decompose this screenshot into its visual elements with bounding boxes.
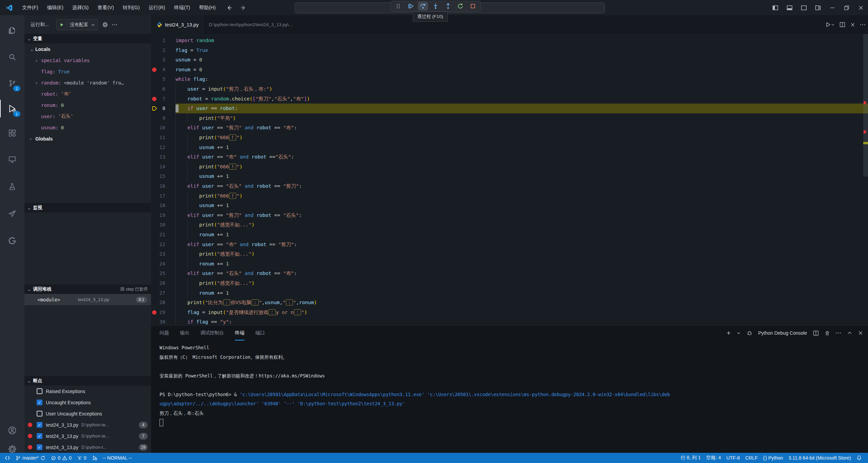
toggle-primary-sidebar-icon[interactable] xyxy=(768,0,782,15)
step-over-icon[interactable] xyxy=(418,2,428,11)
terminal-instance-label[interactable]: Python Debug Console xyxy=(758,330,807,336)
toggle-secondary-sidebar-icon[interactable] xyxy=(797,0,811,15)
code-line-4[interactable]: 4ronum = 0 xyxy=(151,65,868,75)
panel-tab-调试控制台[interactable]: 调试控制台 xyxy=(200,326,224,340)
menu-1[interactable]: 文件(F) xyxy=(18,0,43,15)
code-line-20[interactable]: 20 print("感觉不如...") xyxy=(151,220,868,230)
checkbox[interactable] xyxy=(37,411,42,416)
code-line-1[interactable]: 1import random xyxy=(151,36,868,45)
panel-more-actions-icon[interactable]: ··· xyxy=(836,330,842,336)
terminal-dropdown-icon[interactable] xyxy=(737,331,741,335)
variable-row[interactable]: robot:'布' xyxy=(24,88,151,99)
checkbox[interactable]: ✓ xyxy=(37,444,42,450)
close-panel-icon[interactable] xyxy=(858,330,863,336)
close-editor-icon[interactable] xyxy=(850,22,855,27)
breakpoint-file-row[interactable]: ✓test24_3_13.pyD:\python-t...29 xyxy=(24,442,151,453)
new-terminal-icon[interactable]: + xyxy=(726,329,731,337)
code-line-16[interactable]: 16 elif user == "石头" and robot == "剪刀": xyxy=(151,181,868,191)
code-line-13[interactable]: 13 elif user == "布" and robot =="石头": xyxy=(151,152,868,162)
menu-4[interactable]: 查看(V) xyxy=(93,0,118,15)
run-python-file-icon[interactable] xyxy=(825,22,835,27)
variable-row[interactable]: flag:True xyxy=(24,66,151,77)
python-interpreter[interactable]: 3.11.8 64-bit (Microsoft Store) xyxy=(786,453,854,463)
cursor-position[interactable]: 行 8, 列 1 xyxy=(678,453,703,463)
variable-row[interactable]: user:'石头' xyxy=(24,111,151,122)
code-line-22[interactable]: 22 elif user == "布" and robot == "剪刀": xyxy=(151,240,868,249)
code-line-12[interactable]: 12 usnum += 1 xyxy=(151,143,868,152)
step-into-icon[interactable] xyxy=(430,2,441,11)
kill-terminal-icon[interactable] xyxy=(825,330,830,336)
eol-sequence[interactable]: CRLF xyxy=(742,453,760,463)
back-icon[interactable] xyxy=(226,4,233,11)
activity-paper-plane-icon[interactable] xyxy=(0,205,24,223)
split-terminal-icon[interactable] xyxy=(813,330,819,336)
panel-tab-问题[interactable]: 问题 xyxy=(160,326,169,340)
activity-files-icon[interactable] xyxy=(0,22,24,39)
code-line-26[interactable]: 26 print("感觉不如...") xyxy=(151,278,868,288)
git-branch-status[interactable]: master* xyxy=(13,453,48,463)
menu-6[interactable]: 运行(R) xyxy=(144,0,169,15)
toggle-panel-icon[interactable] xyxy=(782,0,797,15)
code-line-10[interactable]: 10 elif user == "剪刀" and robot == "布": xyxy=(151,123,868,133)
breakpoints-section-header[interactable]: ⌄断点 xyxy=(24,376,151,386)
breakpoint-exception-row[interactable]: User Uncaught Exceptions xyxy=(24,408,151,419)
ports-status[interactable]: 0 xyxy=(74,453,89,463)
code-line-23[interactable]: 23 print("感觉不如...") xyxy=(151,249,868,259)
menu-2[interactable]: 编辑(E) xyxy=(43,0,68,15)
activity-run-debug-icon[interactable]: 1 xyxy=(0,100,24,117)
indentation[interactable]: 空格: 4 xyxy=(703,453,724,463)
variables-group-locals[interactable]: ⌄Locals xyxy=(24,43,151,55)
breakpoint-exception-row[interactable]: ✓Uncaught Exceptions xyxy=(24,397,151,408)
remote-indicator[interactable] xyxy=(2,453,13,463)
code-line-9[interactable]: 9 print("平局") xyxy=(151,113,868,123)
encoding[interactable]: UTF-8 xyxy=(724,453,743,463)
activity-remote-explorer-icon[interactable] xyxy=(0,151,24,168)
activity-account-icon[interactable] xyxy=(0,422,24,439)
call-stack-section-header[interactable]: ⌄调用堆栈 因 step 已暂停 xyxy=(24,284,151,294)
variable-row[interactable]: ronum:0 xyxy=(24,99,151,111)
customize-layout-icon[interactable] xyxy=(811,0,825,15)
panel-tab-端口[interactable]: 端口 xyxy=(255,326,265,340)
debug-config-dropdown[interactable]: 没有配置 xyxy=(56,19,98,30)
checkbox[interactable] xyxy=(37,388,42,394)
overview-ruler[interactable] xyxy=(863,34,868,325)
code-line-18[interactable]: 18 usnum += 1 xyxy=(151,201,868,210)
code-line-2[interactable]: 2flag = True xyxy=(151,45,868,55)
code-line-17[interactable]: 17 print("666！") xyxy=(151,191,868,201)
scrollbar-thumb[interactable] xyxy=(863,34,868,177)
code-line-5[interactable]: 5while flag: xyxy=(151,74,868,84)
code-line-25[interactable]: 25 elif user == "石头" and robot == "布": xyxy=(151,268,868,278)
menu-7[interactable]: 终端(T) xyxy=(170,0,195,15)
checkbox[interactable]: ✓ xyxy=(37,433,42,439)
code-line-15[interactable]: 15 usnum += 1 xyxy=(151,171,868,181)
panel-tab-终端[interactable]: 终端 xyxy=(235,326,244,340)
breakpoint-file-row[interactable]: ✓test24_3_13.pyD:\python-te...7 xyxy=(24,430,151,442)
activity-extensions-icon[interactable] xyxy=(0,124,24,142)
debug-settings-gear-icon[interactable] xyxy=(102,22,108,27)
activity-testing-icon[interactable] xyxy=(0,178,24,196)
forward-icon[interactable] xyxy=(240,4,246,11)
debug-session-icon[interactable] xyxy=(89,453,100,463)
step-out-icon[interactable] xyxy=(443,2,453,11)
panel-tab-输出[interactable]: 输出 xyxy=(180,326,189,340)
restore-icon[interactable] xyxy=(839,0,854,15)
menu-5[interactable]: 转到(G) xyxy=(118,0,144,15)
problems-status[interactable]: 0 0 xyxy=(48,453,74,463)
code-line-6[interactable]: 6 user = input("剪刀，石头，布:") xyxy=(151,84,868,94)
breakpoint-exception-row[interactable]: Raised Exceptions xyxy=(24,386,151,397)
restart-icon[interactable] xyxy=(455,2,465,11)
variable-row[interactable]: ›special variables xyxy=(24,55,151,66)
code-line-28[interactable]: 28 print("比分为：你VS电脑：",usnum,"：",ronum) xyxy=(151,298,868,308)
maximize-panel-icon[interactable] xyxy=(847,331,852,335)
minimize-icon[interactable] xyxy=(825,0,839,15)
code-line-7[interactable]: 7 robot = random.choice(["剪刀","石头","布"]) xyxy=(151,94,868,104)
sidebar-more-actions-icon[interactable]: ··· xyxy=(112,22,118,27)
code-line-19[interactable]: 19 elif user == "剪刀" and robot == "石头": xyxy=(151,210,868,220)
activity-source-control-icon[interactable]: 1 xyxy=(0,74,24,92)
stack-frame-row[interactable]: <module> test24_3_13.py 8:1 xyxy=(24,294,151,305)
code-area[interactable]: 1import random2flag = True3usnum = 04ron… xyxy=(151,34,868,325)
language-mode[interactable]: { } Python xyxy=(760,453,786,463)
stop-icon[interactable] xyxy=(468,2,478,11)
code-line-29[interactable]: 29 flag = input("是否继续进行游戏：y or n：") xyxy=(151,308,868,317)
watch-section-header[interactable]: ⌄监视 xyxy=(24,203,151,212)
